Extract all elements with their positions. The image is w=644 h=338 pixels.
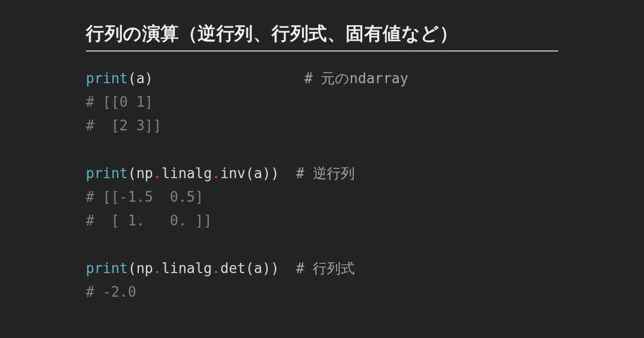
code-token: # [2 3]]	[86, 117, 162, 134]
code-token: .	[153, 165, 162, 181]
code-token: # [[-1.5 0.5]	[86, 189, 203, 205]
code-token: # 逆行列	[296, 165, 354, 181]
code-token: det(a))	[220, 260, 296, 276]
code-token: print	[86, 70, 128, 86]
code-token: (np	[128, 260, 153, 276]
code-block: print(a) # 元のndarray # [[0 1] # [2 3]] p…	[86, 67, 558, 304]
code-token: .	[212, 165, 221, 181]
code-token: linalg	[162, 165, 212, 181]
code-token: (np	[128, 165, 153, 181]
code-token: # -2.0	[86, 284, 136, 300]
page-title: 行列の演算（逆行列、行列式、固有値など）	[86, 21, 558, 52]
code-token: # 行列式	[296, 260, 354, 276]
code-token: # [ 1. 0. ]]	[86, 212, 212, 229]
code-token: linalg	[162, 260, 212, 276]
code-token: # [[0 1]	[86, 94, 153, 110]
code-token: (a)	[128, 70, 304, 86]
code-token: # 元のndarray	[304, 70, 408, 86]
code-token: .	[153, 260, 162, 276]
code-token: .	[212, 260, 221, 276]
code-token: print	[86, 165, 128, 181]
code-token: inv(a))	[220, 165, 296, 181]
code-token: print	[86, 260, 128, 276]
